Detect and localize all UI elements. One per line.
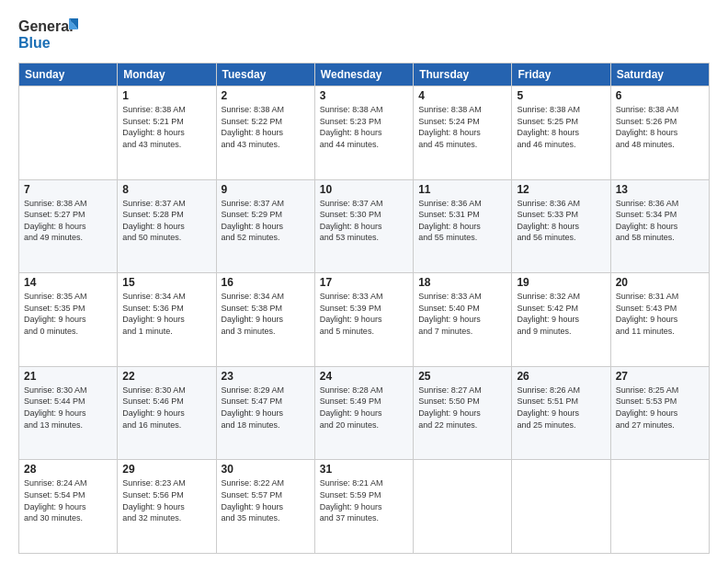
calendar-cell: 15Sunrise: 8:34 AM Sunset: 5:36 PM Dayli… — [118, 273, 216, 367]
day-info: Sunrise: 8:21 AM Sunset: 5:59 PM Dayligh… — [320, 477, 408, 523]
day-info: Sunrise: 8:37 AM Sunset: 5:29 PM Dayligh… — [222, 198, 310, 244]
calendar-cell: 8Sunrise: 8:37 AM Sunset: 5:28 PM Daylig… — [118, 179, 216, 273]
day-info: Sunrise: 8:27 AM Sunset: 5:50 PM Dayligh… — [418, 385, 506, 431]
day-number: 23 — [222, 370, 310, 383]
logo: GeneralBlue — [18, 15, 83, 53]
calendar-cell — [610, 460, 709, 554]
day-number: 6 — [616, 89, 704, 102]
day-number: 7 — [24, 183, 112, 196]
day-info: Sunrise: 8:38 AM Sunset: 5:21 PM Dayligh… — [122, 104, 210, 150]
calendar-cell: 11Sunrise: 8:36 AM Sunset: 5:31 PM Dayli… — [414, 179, 512, 273]
day-info: Sunrise: 8:36 AM Sunset: 5:34 PM Dayligh… — [616, 198, 704, 244]
calendar-header-row: SundayMondayTuesdayWednesdayThursdayFrid… — [19, 63, 710, 86]
day-number: 5 — [517, 89, 605, 102]
day-number: 9 — [222, 183, 310, 196]
calendar-cell: 29Sunrise: 8:23 AM Sunset: 5:56 PM Dayli… — [118, 460, 216, 554]
calendar-week-row: 28Sunrise: 8:24 AM Sunset: 5:54 PM Dayli… — [19, 460, 710, 554]
day-info: Sunrise: 8:34 AM Sunset: 5:38 PM Dayligh… — [222, 291, 310, 337]
calendar-week-row: 1Sunrise: 8:38 AM Sunset: 5:21 PM Daylig… — [19, 86, 710, 180]
calendar-cell — [512, 460, 610, 554]
day-number: 4 — [418, 89, 506, 102]
day-info: Sunrise: 8:33 AM Sunset: 5:39 PM Dayligh… — [320, 291, 408, 337]
day-info: Sunrise: 8:24 AM Sunset: 5:54 PM Dayligh… — [24, 477, 112, 523]
calendar-cell: 4Sunrise: 8:38 AM Sunset: 5:24 PM Daylig… — [414, 86, 512, 180]
calendar-cell: 28Sunrise: 8:24 AM Sunset: 5:54 PM Dayli… — [19, 460, 118, 554]
day-number: 8 — [122, 183, 210, 196]
calendar-cell: 7Sunrise: 8:38 AM Sunset: 5:27 PM Daylig… — [19, 179, 118, 273]
day-info: Sunrise: 8:35 AM Sunset: 5:35 PM Dayligh… — [24, 291, 112, 337]
day-info: Sunrise: 8:30 AM Sunset: 5:46 PM Dayligh… — [122, 385, 210, 431]
calendar-cell: 27Sunrise: 8:25 AM Sunset: 5:53 PM Dayli… — [610, 366, 709, 460]
day-number: 11 — [418, 183, 506, 196]
day-number: 14 — [24, 276, 112, 289]
day-number: 30 — [222, 463, 310, 476]
logo-svg: GeneralBlue — [18, 15, 83, 53]
page: GeneralBlue SundayMondayTuesdayWednesday… — [0, 0, 728, 563]
calendar-cell: 20Sunrise: 8:31 AM Sunset: 5:43 PM Dayli… — [610, 273, 709, 367]
day-number: 2 — [222, 89, 310, 102]
day-info: Sunrise: 8:37 AM Sunset: 5:30 PM Dayligh… — [320, 198, 408, 244]
calendar-week-row: 7Sunrise: 8:38 AM Sunset: 5:27 PM Daylig… — [19, 179, 710, 273]
day-info: Sunrise: 8:26 AM Sunset: 5:51 PM Dayligh… — [517, 385, 605, 431]
calendar-cell — [414, 460, 512, 554]
calendar-cell: 18Sunrise: 8:33 AM Sunset: 5:40 PM Dayli… — [414, 273, 512, 367]
calendar-cell: 12Sunrise: 8:36 AM Sunset: 5:33 PM Dayli… — [512, 179, 610, 273]
day-number: 1 — [122, 89, 210, 102]
calendar-weekday-friday: Friday — [512, 63, 610, 86]
day-info: Sunrise: 8:36 AM Sunset: 5:31 PM Dayligh… — [418, 198, 506, 244]
day-number: 15 — [122, 276, 210, 289]
day-number: 13 — [616, 183, 704, 196]
day-number: 16 — [222, 276, 310, 289]
calendar-cell: 2Sunrise: 8:38 AM Sunset: 5:22 PM Daylig… — [216, 86, 314, 180]
day-info: Sunrise: 8:22 AM Sunset: 5:57 PM Dayligh… — [222, 477, 310, 523]
day-number: 17 — [320, 276, 408, 289]
calendar-cell: 26Sunrise: 8:26 AM Sunset: 5:51 PM Dayli… — [512, 366, 610, 460]
header: GeneralBlue — [18, 15, 710, 53]
calendar-cell: 25Sunrise: 8:27 AM Sunset: 5:50 PM Dayli… — [414, 366, 512, 460]
day-info: Sunrise: 8:25 AM Sunset: 5:53 PM Dayligh… — [616, 385, 704, 431]
day-number: 3 — [320, 89, 408, 102]
day-number: 19 — [517, 276, 605, 289]
calendar-cell: 24Sunrise: 8:28 AM Sunset: 5:49 PM Dayli… — [314, 366, 413, 460]
day-info: Sunrise: 8:31 AM Sunset: 5:43 PM Dayligh… — [616, 291, 704, 337]
calendar-cell: 10Sunrise: 8:37 AM Sunset: 5:30 PM Dayli… — [314, 179, 413, 273]
day-info: Sunrise: 8:32 AM Sunset: 5:42 PM Dayligh… — [517, 291, 605, 337]
svg-text:Blue: Blue — [18, 35, 51, 51]
calendar-cell: 6Sunrise: 8:38 AM Sunset: 5:26 PM Daylig… — [610, 86, 709, 180]
day-info: Sunrise: 8:38 AM Sunset: 5:27 PM Dayligh… — [24, 198, 112, 244]
day-number: 18 — [418, 276, 506, 289]
day-info: Sunrise: 8:29 AM Sunset: 5:47 PM Dayligh… — [222, 385, 310, 431]
day-info: Sunrise: 8:33 AM Sunset: 5:40 PM Dayligh… — [418, 291, 506, 337]
calendar-cell: 17Sunrise: 8:33 AM Sunset: 5:39 PM Dayli… — [314, 273, 413, 367]
calendar-cell: 3Sunrise: 8:38 AM Sunset: 5:23 PM Daylig… — [314, 86, 413, 180]
day-number: 24 — [320, 370, 408, 383]
day-number: 20 — [616, 276, 704, 289]
calendar-cell — [19, 86, 118, 180]
day-number: 28 — [24, 463, 112, 476]
calendar-cell: 30Sunrise: 8:22 AM Sunset: 5:57 PM Dayli… — [216, 460, 314, 554]
day-number: 27 — [616, 370, 704, 383]
calendar-cell: 9Sunrise: 8:37 AM Sunset: 5:29 PM Daylig… — [216, 179, 314, 273]
calendar-week-row: 14Sunrise: 8:35 AM Sunset: 5:35 PM Dayli… — [19, 273, 710, 367]
svg-text:General: General — [18, 18, 74, 34]
day-number: 26 — [517, 370, 605, 383]
day-info: Sunrise: 8:36 AM Sunset: 5:33 PM Dayligh… — [517, 198, 605, 244]
day-number: 25 — [418, 370, 506, 383]
calendar-cell: 22Sunrise: 8:30 AM Sunset: 5:46 PM Dayli… — [118, 366, 216, 460]
day-number: 21 — [24, 370, 112, 383]
day-info: Sunrise: 8:38 AM Sunset: 5:24 PM Dayligh… — [418, 104, 506, 150]
calendar-weekday-thursday: Thursday — [414, 63, 512, 86]
day-number: 22 — [122, 370, 210, 383]
day-info: Sunrise: 8:38 AM Sunset: 5:22 PM Dayligh… — [222, 104, 310, 150]
day-info: Sunrise: 8:38 AM Sunset: 5:25 PM Dayligh… — [517, 104, 605, 150]
calendar-weekday-tuesday: Tuesday — [216, 63, 314, 86]
calendar-cell: 5Sunrise: 8:38 AM Sunset: 5:25 PM Daylig… — [512, 86, 610, 180]
calendar-cell: 23Sunrise: 8:29 AM Sunset: 5:47 PM Dayli… — [216, 366, 314, 460]
calendar-cell: 16Sunrise: 8:34 AM Sunset: 5:38 PM Dayli… — [216, 273, 314, 367]
calendar-cell: 31Sunrise: 8:21 AM Sunset: 5:59 PM Dayli… — [314, 460, 413, 554]
calendar-cell: 13Sunrise: 8:36 AM Sunset: 5:34 PM Dayli… — [610, 179, 709, 273]
calendar-weekday-saturday: Saturday — [610, 63, 709, 86]
day-number: 29 — [122, 463, 210, 476]
calendar-weekday-wednesday: Wednesday — [314, 63, 413, 86]
day-info: Sunrise: 8:30 AM Sunset: 5:44 PM Dayligh… — [24, 385, 112, 431]
